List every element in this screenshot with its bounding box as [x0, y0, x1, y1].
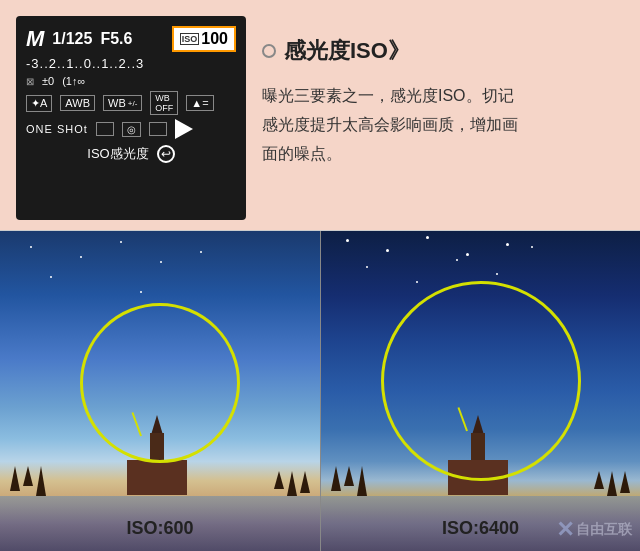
mode-rect — [149, 122, 167, 136]
star — [506, 243, 509, 246]
shutter-speed: 1/125 — [52, 30, 92, 48]
star — [456, 259, 458, 261]
camera-mode-icon: ▲= — [186, 95, 213, 111]
star — [140, 291, 142, 293]
trees-right-left-photo — [274, 471, 310, 496]
star — [531, 246, 533, 248]
page-title: 感光度ISO》 — [262, 36, 624, 66]
star — [120, 241, 122, 243]
trees-left — [10, 466, 46, 496]
watermark-text: 自由互联 — [576, 521, 632, 539]
star — [160, 261, 162, 263]
watermark: ✕ 自由互联 — [556, 517, 632, 543]
camera-row4: ✦A AWB WB +/- WBOFF ▲= — [26, 91, 236, 115]
live-view-icon: ◎ — [122, 122, 141, 137]
ev-icon: ⊠ — [26, 76, 34, 87]
exposure-scale: -3..2..1..0..1..2..3 — [26, 56, 236, 71]
iso-bottom-label: ISO感光度 — [87, 145, 148, 163]
single-shot-icon — [96, 122, 114, 136]
scene-icon: ✦A — [26, 95, 52, 112]
title-text: 感光度ISO》 — [284, 36, 410, 66]
wb-icon: WB +/- — [103, 95, 142, 111]
iso-bottom-row: ISO感光度 ↩ — [26, 145, 236, 163]
fps-value: (1↑∞ — [62, 75, 85, 87]
camera-row3: ⊠ ±0 (1↑∞ — [26, 75, 236, 87]
trees-left-right-photo — [331, 466, 367, 496]
photo-left: ISO:600 — [0, 231, 320, 551]
star — [496, 273, 498, 275]
church-group-right — [448, 415, 508, 499]
star — [50, 276, 52, 278]
wb-off-icon: WBOFF — [150, 91, 178, 115]
star — [80, 256, 82, 258]
iso-display: ISO 100 — [172, 26, 236, 52]
star — [466, 253, 469, 256]
ev-value: ±0 — [42, 75, 54, 87]
awb-icon: AWB — [60, 95, 95, 111]
fill-triangle — [175, 119, 193, 139]
back-button[interactable]: ↩ — [157, 145, 175, 163]
star — [416, 281, 418, 283]
photo-right: ISO:6400 ✕ 自由互联 — [320, 231, 640, 551]
camera-row1: M 1/125 F5.6 ISO 100 — [26, 26, 236, 52]
star — [346, 239, 349, 242]
iso-value: 100 — [201, 30, 228, 48]
photo-comparison: ISO:600 — [0, 231, 640, 551]
title-dot — [262, 44, 276, 58]
watermark-x-icon: ✕ — [556, 517, 574, 543]
star — [366, 266, 368, 268]
iso-label: ISO — [180, 33, 200, 45]
star — [426, 236, 429, 239]
camera-panel: M 1/125 F5.6 ISO 100 -3..2..1..0..1..2..… — [16, 16, 246, 220]
star — [30, 246, 32, 248]
star — [200, 251, 202, 253]
one-shot-label: ONE SHOt — [26, 123, 88, 135]
top-section: M 1/125 F5.6 ISO 100 -3..2..1..0..1..2..… — [0, 0, 640, 230]
trees-right-right-photo — [594, 471, 630, 496]
aperture: F5.6 — [100, 30, 132, 48]
description-text: 曝光三要素之一，感光度ISO。切记感光度提升太高会影响画质，增加画面的噪点。 — [262, 82, 624, 220]
camera-row5: ONE SHOt ◎ — [26, 119, 236, 139]
star — [386, 249, 389, 252]
caption-right: ISO:6400 — [442, 518, 519, 539]
caption-left: ISO:600 — [126, 518, 193, 539]
camera-mode: M — [26, 26, 44, 52]
description-panel: 感光度ISO》 曝光三要素之一，感光度ISO。切记感光度提升太高会影响画质，增加… — [262, 16, 624, 220]
